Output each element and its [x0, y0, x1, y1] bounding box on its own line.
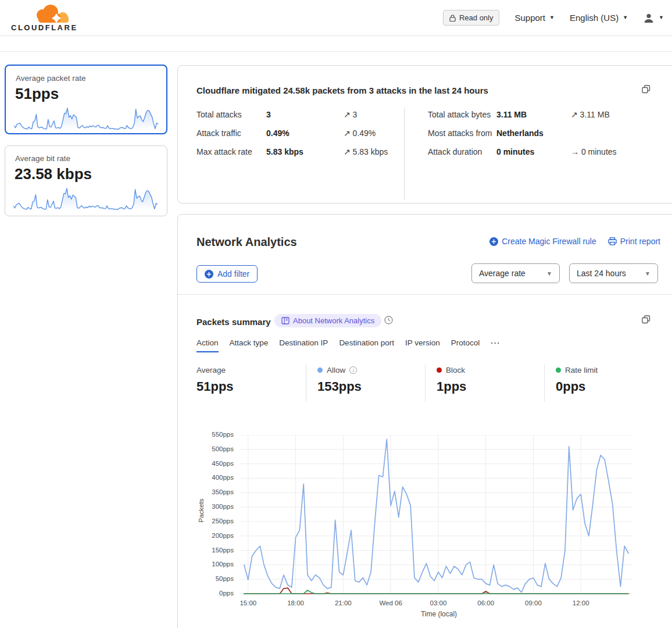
plus-circle-icon	[205, 270, 213, 279]
y-tick-label: 400pps	[198, 474, 234, 481]
card-average-packet-rate[interactable]: Average packet rate 51pps	[5, 65, 167, 134]
chevron-down-icon: ▼	[645, 270, 650, 277]
stat-trend: ↗ 0.49%	[344, 127, 388, 140]
metric-average: Average 51pps	[196, 366, 234, 394]
bit-rate-sparkline	[13, 188, 158, 211]
y-tick-label: 150pps	[198, 547, 234, 554]
allow-dot-icon	[317, 367, 323, 373]
add-filter-label: Add filter	[217, 269, 249, 279]
stat-trend	[571, 127, 617, 140]
metric-select-value: Average rate	[479, 269, 526, 278]
y-tick-label: 550pps	[198, 431, 234, 438]
support-menu[interactable]: Support ▼	[514, 13, 554, 23]
stat-value: 0.49%	[266, 127, 344, 140]
create-magic-firewall-rule-link[interactable]: Create Magic Firewall rule	[489, 237, 596, 246]
about-badge-label: About Network Analytics	[293, 316, 374, 325]
summary-vertical-divider	[404, 108, 405, 199]
x-tick-label: 09:00	[516, 600, 551, 606]
metric-rate-limit: Rate limit 0pps	[556, 366, 598, 394]
metric-value: 51pps	[196, 379, 234, 394]
card-label: Average packet rate	[16, 74, 86, 83]
section-divider	[178, 294, 672, 295]
packets-time-series-chart: Packets 0pps50pps100pps150pps200pps250pp…	[198, 430, 672, 625]
chevron-down-icon: ▼	[546, 270, 552, 277]
read-only-badge: Read only	[443, 10, 500, 26]
top-header: CLOUDFLARE Read only Support ▼ English (…	[0, 0, 672, 36]
tab-ip-version[interactable]: IP version	[405, 338, 440, 352]
add-filter-button[interactable]: Add filter	[196, 265, 258, 283]
info-icon[interactable]: i	[349, 366, 357, 374]
time-range-value: Last 24 hours	[577, 269, 626, 278]
stat-trend: ↗ 3.11 MB	[571, 109, 617, 121]
card-average-bit-rate[interactable]: Average bit rate 23.58 kbps	[5, 145, 167, 216]
x-tick-label: 03:00	[421, 600, 456, 606]
summary-stats-left: Total attacks 3 ↗ 3 Attack traffic 0.49%…	[196, 109, 388, 158]
time-info-icon[interactable]	[384, 316, 393, 327]
page-divider	[0, 51, 672, 52]
y-tick-label: 450pps	[198, 460, 234, 467]
metric-value: 1pps	[437, 379, 466, 394]
cloudflare-logo[interactable]: CLOUDFLARE	[9, 2, 73, 33]
metric-label: Average	[196, 366, 226, 374]
x-tick-label: 21:00	[326, 600, 360, 606]
tab-destination-port[interactable]: Destination port	[339, 338, 394, 352]
y-tick-label: 0pps	[198, 590, 234, 597]
stat-value: 5.83 kbps	[266, 146, 344, 158]
copy-summary-button[interactable]	[642, 85, 650, 94]
x-tick-label: Wed 06	[373, 600, 408, 606]
x-axis-title: Time (local)	[404, 610, 474, 618]
metric-divider	[544, 365, 545, 402]
read-only-label: Read only	[459, 13, 494, 22]
tab-action[interactable]: Action	[196, 338, 219, 352]
copy-chart-button[interactable]	[642, 315, 650, 324]
x-tick-label: 15:00	[231, 600, 266, 606]
block-dot-icon	[437, 367, 442, 373]
packets-summary-title: Packets summary	[196, 317, 271, 327]
y-tick-label: 500pps	[198, 445, 234, 452]
stat-value: Netherlands	[496, 127, 571, 140]
x-tick-label: 12:00	[563, 600, 598, 606]
time-range-select[interactable]: Last 24 hours ▼	[569, 263, 658, 283]
chevron-down-icon: ▼	[549, 15, 555, 20]
packet-rate-sparkline	[14, 108, 158, 131]
rate-limit-dot-icon	[556, 367, 561, 373]
stat-label: Attack traffic	[196, 127, 266, 140]
printer-icon	[608, 237, 617, 245]
attack-summary-card: Cloudflare mitigated 24.58k packets from…	[177, 65, 672, 204]
y-tick-label: 200pps	[198, 532, 234, 539]
dimension-tabs: Action Attack type Destination IP Destin…	[196, 338, 501, 352]
metric-value: 0pps	[556, 379, 598, 394]
language-label: English (US)	[570, 13, 619, 23]
account-menu[interactable]: ▼	[643, 12, 664, 24]
y-tick-label: 100pps	[198, 561, 234, 568]
print-report-link[interactable]: Print report	[608, 237, 660, 246]
about-network-analytics-badge[interactable]: About Network Analytics	[274, 314, 381, 327]
print-report-label: Print report	[620, 237, 660, 246]
language-menu[interactable]: English (US) ▼	[570, 13, 628, 23]
tab-protocol[interactable]: Protocol	[451, 338, 480, 352]
metric-label: Rate limit	[565, 366, 598, 374]
summary-stats-right: Total attack bytes 3.11 MB ↗ 3.11 MB Mos…	[428, 109, 617, 158]
section-title: Network Analytics	[196, 236, 297, 249]
y-tick-label: 350pps	[198, 488, 234, 495]
stat-trend: ↗ 3	[344, 109, 388, 121]
metric-divider	[425, 365, 426, 402]
y-tick-label: 250pps	[198, 518, 234, 524]
chevron-down-icon: ▼	[659, 15, 664, 20]
card-label: Average bit rate	[15, 154, 70, 163]
tab-destination-ip[interactable]: Destination IP	[279, 338, 328, 352]
metric-select[interactable]: Average rate ▼	[471, 263, 560, 283]
more-tabs-button[interactable]: ···	[491, 338, 501, 352]
tab-attack-type[interactable]: Attack type	[230, 338, 269, 352]
book-icon	[281, 317, 289, 324]
card-value: 51pps	[15, 85, 59, 103]
card-value: 23.58 kbps	[15, 165, 92, 183]
chart-plot-area[interactable]	[240, 435, 632, 595]
copy-icon	[642, 315, 650, 324]
metric-label: Block	[446, 366, 465, 374]
copy-icon	[642, 85, 650, 94]
lock-icon	[449, 15, 456, 22]
metric-block: Block 1pps	[437, 366, 466, 394]
summary-title: Cloudflare mitigated 24.58k packets from…	[196, 85, 488, 95]
y-tick-label: 50pps	[198, 575, 234, 582]
